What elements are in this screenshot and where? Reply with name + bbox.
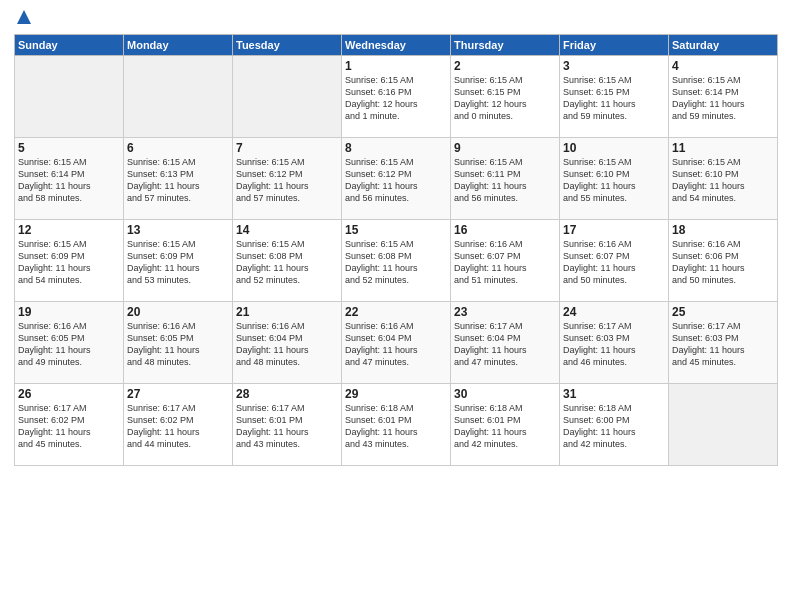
day-number: 20 [127, 305, 229, 319]
day-number: 9 [454, 141, 556, 155]
day-cell: 1Sunrise: 6:15 AM Sunset: 6:16 PM Daylig… [342, 56, 451, 138]
day-cell: 15Sunrise: 6:15 AM Sunset: 6:08 PM Dayli… [342, 220, 451, 302]
day-number: 1 [345, 59, 447, 73]
day-cell: 11Sunrise: 6:15 AM Sunset: 6:10 PM Dayli… [669, 138, 778, 220]
logo [14, 10, 33, 26]
day-info: Sunrise: 6:18 AM Sunset: 6:00 PM Dayligh… [563, 402, 665, 451]
day-cell: 4Sunrise: 6:15 AM Sunset: 6:14 PM Daylig… [669, 56, 778, 138]
page: SundayMondayTuesdayWednesdayThursdayFrid… [0, 0, 792, 612]
col-header-wednesday: Wednesday [342, 35, 451, 56]
day-number: 3 [563, 59, 665, 73]
day-number: 4 [672, 59, 774, 73]
day-number: 26 [18, 387, 120, 401]
day-info: Sunrise: 6:16 AM Sunset: 6:06 PM Dayligh… [672, 238, 774, 287]
day-cell: 20Sunrise: 6:16 AM Sunset: 6:05 PM Dayli… [124, 302, 233, 384]
day-info: Sunrise: 6:15 AM Sunset: 6:16 PM Dayligh… [345, 74, 447, 123]
day-cell: 7Sunrise: 6:15 AM Sunset: 6:12 PM Daylig… [233, 138, 342, 220]
day-info: Sunrise: 6:15 AM Sunset: 6:15 PM Dayligh… [563, 74, 665, 123]
week-row-4: 19Sunrise: 6:16 AM Sunset: 6:05 PM Dayli… [15, 302, 778, 384]
day-cell: 8Sunrise: 6:15 AM Sunset: 6:12 PM Daylig… [342, 138, 451, 220]
day-info: Sunrise: 6:17 AM Sunset: 6:01 PM Dayligh… [236, 402, 338, 451]
day-cell: 27Sunrise: 6:17 AM Sunset: 6:02 PM Dayli… [124, 384, 233, 466]
day-cell: 9Sunrise: 6:15 AM Sunset: 6:11 PM Daylig… [451, 138, 560, 220]
day-info: Sunrise: 6:17 AM Sunset: 6:03 PM Dayligh… [563, 320, 665, 369]
day-cell: 3Sunrise: 6:15 AM Sunset: 6:15 PM Daylig… [560, 56, 669, 138]
day-cell: 14Sunrise: 6:15 AM Sunset: 6:08 PM Dayli… [233, 220, 342, 302]
day-number: 19 [18, 305, 120, 319]
day-cell: 29Sunrise: 6:18 AM Sunset: 6:01 PM Dayli… [342, 384, 451, 466]
day-info: Sunrise: 6:16 AM Sunset: 6:07 PM Dayligh… [454, 238, 556, 287]
day-info: Sunrise: 6:16 AM Sunset: 6:05 PM Dayligh… [127, 320, 229, 369]
day-number: 21 [236, 305, 338, 319]
col-header-monday: Monday [124, 35, 233, 56]
day-number: 16 [454, 223, 556, 237]
day-number: 11 [672, 141, 774, 155]
day-number: 22 [345, 305, 447, 319]
week-row-1: 1Sunrise: 6:15 AM Sunset: 6:16 PM Daylig… [15, 56, 778, 138]
day-info: Sunrise: 6:17 AM Sunset: 6:02 PM Dayligh… [18, 402, 120, 451]
col-header-tuesday: Tuesday [233, 35, 342, 56]
day-number: 25 [672, 305, 774, 319]
day-info: Sunrise: 6:18 AM Sunset: 6:01 PM Dayligh… [345, 402, 447, 451]
day-cell: 28Sunrise: 6:17 AM Sunset: 6:01 PM Dayli… [233, 384, 342, 466]
calendar-header-row: SundayMondayTuesdayWednesdayThursdayFrid… [15, 35, 778, 56]
day-cell: 23Sunrise: 6:17 AM Sunset: 6:04 PM Dayli… [451, 302, 560, 384]
day-info: Sunrise: 6:15 AM Sunset: 6:14 PM Dayligh… [18, 156, 120, 205]
header [14, 10, 778, 26]
week-row-2: 5Sunrise: 6:15 AM Sunset: 6:14 PM Daylig… [15, 138, 778, 220]
day-cell: 10Sunrise: 6:15 AM Sunset: 6:10 PM Dayli… [560, 138, 669, 220]
day-cell: 31Sunrise: 6:18 AM Sunset: 6:00 PM Dayli… [560, 384, 669, 466]
day-info: Sunrise: 6:15 AM Sunset: 6:08 PM Dayligh… [345, 238, 447, 287]
day-cell: 17Sunrise: 6:16 AM Sunset: 6:07 PM Dayli… [560, 220, 669, 302]
day-number: 13 [127, 223, 229, 237]
day-cell: 6Sunrise: 6:15 AM Sunset: 6:13 PM Daylig… [124, 138, 233, 220]
day-number: 2 [454, 59, 556, 73]
day-info: Sunrise: 6:17 AM Sunset: 6:03 PM Dayligh… [672, 320, 774, 369]
day-number: 18 [672, 223, 774, 237]
day-number: 27 [127, 387, 229, 401]
calendar-table: SundayMondayTuesdayWednesdayThursdayFrid… [14, 34, 778, 466]
day-info: Sunrise: 6:15 AM Sunset: 6:10 PM Dayligh… [672, 156, 774, 205]
day-cell: 25Sunrise: 6:17 AM Sunset: 6:03 PM Dayli… [669, 302, 778, 384]
day-number: 7 [236, 141, 338, 155]
day-number: 24 [563, 305, 665, 319]
col-header-thursday: Thursday [451, 35, 560, 56]
day-number: 31 [563, 387, 665, 401]
day-info: Sunrise: 6:15 AM Sunset: 6:11 PM Dayligh… [454, 156, 556, 205]
day-info: Sunrise: 6:15 AM Sunset: 6:12 PM Dayligh… [236, 156, 338, 205]
day-cell: 22Sunrise: 6:16 AM Sunset: 6:04 PM Dayli… [342, 302, 451, 384]
day-info: Sunrise: 6:16 AM Sunset: 6:04 PM Dayligh… [236, 320, 338, 369]
col-header-friday: Friday [560, 35, 669, 56]
day-number: 15 [345, 223, 447, 237]
day-cell [669, 384, 778, 466]
day-cell: 30Sunrise: 6:18 AM Sunset: 6:01 PM Dayli… [451, 384, 560, 466]
day-cell: 12Sunrise: 6:15 AM Sunset: 6:09 PM Dayli… [15, 220, 124, 302]
day-info: Sunrise: 6:15 AM Sunset: 6:13 PM Dayligh… [127, 156, 229, 205]
day-info: Sunrise: 6:15 AM Sunset: 6:14 PM Dayligh… [672, 74, 774, 123]
col-header-sunday: Sunday [15, 35, 124, 56]
day-number: 8 [345, 141, 447, 155]
day-number: 10 [563, 141, 665, 155]
day-info: Sunrise: 6:15 AM Sunset: 6:12 PM Dayligh… [345, 156, 447, 205]
day-info: Sunrise: 6:15 AM Sunset: 6:15 PM Dayligh… [454, 74, 556, 123]
day-number: 17 [563, 223, 665, 237]
col-header-saturday: Saturday [669, 35, 778, 56]
day-info: Sunrise: 6:15 AM Sunset: 6:08 PM Dayligh… [236, 238, 338, 287]
day-info: Sunrise: 6:16 AM Sunset: 6:04 PM Dayligh… [345, 320, 447, 369]
svg-marker-0 [17, 10, 31, 24]
day-number: 28 [236, 387, 338, 401]
day-info: Sunrise: 6:16 AM Sunset: 6:05 PM Dayligh… [18, 320, 120, 369]
day-cell: 24Sunrise: 6:17 AM Sunset: 6:03 PM Dayli… [560, 302, 669, 384]
day-number: 14 [236, 223, 338, 237]
week-row-5: 26Sunrise: 6:17 AM Sunset: 6:02 PM Dayli… [15, 384, 778, 466]
day-info: Sunrise: 6:16 AM Sunset: 6:07 PM Dayligh… [563, 238, 665, 287]
day-number: 23 [454, 305, 556, 319]
day-info: Sunrise: 6:15 AM Sunset: 6:09 PM Dayligh… [127, 238, 229, 287]
day-info: Sunrise: 6:18 AM Sunset: 6:01 PM Dayligh… [454, 402, 556, 451]
day-cell [124, 56, 233, 138]
day-cell: 21Sunrise: 6:16 AM Sunset: 6:04 PM Dayli… [233, 302, 342, 384]
day-number: 30 [454, 387, 556, 401]
day-number: 29 [345, 387, 447, 401]
day-info: Sunrise: 6:15 AM Sunset: 6:10 PM Dayligh… [563, 156, 665, 205]
day-cell: 18Sunrise: 6:16 AM Sunset: 6:06 PM Dayli… [669, 220, 778, 302]
